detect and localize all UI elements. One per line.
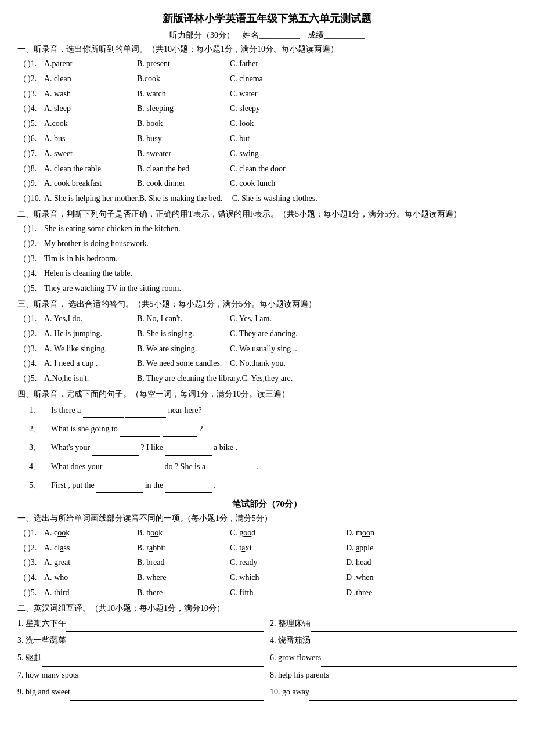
list-item: （ )5. A. third B. there C. fifth D .thre… xyxy=(17,586,517,600)
option-c: C. She is washing clothes. xyxy=(232,192,348,206)
q-num: )1. xyxy=(28,222,44,236)
trans-num: 8. xyxy=(270,668,276,683)
paren: （ xyxy=(17,132,28,146)
list-item: （ )1. She is eating some chicken in the … xyxy=(17,222,517,236)
list-item: （ )3. Tim is in his bedroom. xyxy=(17,252,517,266)
q-num: )4. xyxy=(28,102,44,116)
fill-item: 4、 What does your do ? She is a . xyxy=(29,459,517,474)
paren: （ xyxy=(17,586,28,600)
q-num: )8. xyxy=(28,162,44,176)
paren: （ xyxy=(17,556,28,570)
list-item: （ )5. They are watching TV in the sittin… xyxy=(17,282,517,296)
list-item: （ )2. A. clean B.cook C. cinema xyxy=(17,72,517,86)
q-num: )5. xyxy=(28,586,44,600)
paren: （ xyxy=(17,526,28,540)
q-num: )7. xyxy=(28,147,44,161)
fill-item: 2、 What is she going to ? xyxy=(29,422,517,437)
option-a: A. Yes,I do. xyxy=(44,312,137,326)
list-item: 9. big and sweet xyxy=(17,685,264,701)
trans-text: help his parents xyxy=(278,668,329,683)
list-item: 1. 星期六下午 xyxy=(17,616,264,632)
paren: （ xyxy=(17,162,28,176)
list-item: （ )2. A. He is jumping. B. She is singin… xyxy=(17,327,517,341)
q-num: )9. xyxy=(28,177,44,190)
q-num: )4. xyxy=(28,571,44,585)
option-c: C. cook lunch xyxy=(230,177,346,190)
option-c: C. They are dancing. xyxy=(230,327,346,341)
listening-header: 听力部分（30分） 姓名__________ 成绩__________ xyxy=(17,30,517,41)
option-a: A. sweet xyxy=(44,147,137,161)
option-c: C. water xyxy=(230,87,346,101)
paren: （ xyxy=(17,147,28,161)
list-item: （ )10. A. She is helping her mother. B. … xyxy=(17,192,517,206)
list-item: 10. go away xyxy=(270,685,517,701)
fill-item: 5、 First , put the in the . xyxy=(29,478,517,493)
q-num: )3. xyxy=(28,87,44,101)
q-num: )2. xyxy=(28,541,44,555)
option-c: C. clean the door xyxy=(230,162,346,176)
paren: （ xyxy=(17,327,28,341)
option-a: A.parent xyxy=(44,57,137,71)
option-a: A. We like singing. xyxy=(44,342,137,356)
list-item: （ )4. A. sleep B. sleeping C. sleepy xyxy=(17,102,517,116)
part4-questions: 1、 Is there a near here?2、 What is she g… xyxy=(29,403,517,493)
paren: （ xyxy=(17,57,28,71)
option-b: B.cook xyxy=(137,72,230,86)
option-c: C. but xyxy=(230,132,346,146)
option-a: A. clean xyxy=(44,72,137,86)
option-c: C. sleepy xyxy=(230,102,346,116)
option-d: D. moon xyxy=(346,526,416,540)
trans-num: 1. xyxy=(17,616,24,632)
writing-part2-instruction: 二、英汉词组互译。（共10小题；每小题1分，满分10分） xyxy=(17,603,517,614)
list-item: （ )3. A. great B. bread C. ready D. head xyxy=(17,556,517,570)
trans-num: 2. xyxy=(270,616,276,632)
page-title: 新版译林小学英语五年级下第五六单元测试题 xyxy=(17,12,517,26)
option-b: B. sleeping xyxy=(137,102,230,116)
paren: （ xyxy=(17,571,28,585)
option-b: B. where xyxy=(137,571,230,585)
option-b: B. book xyxy=(137,526,230,540)
option-a: A. wash xyxy=(44,87,137,101)
trans-text: 洗一些蔬菜 xyxy=(26,633,66,649)
option-a: A.No,he isn't. xyxy=(44,372,137,386)
option-d: D. head xyxy=(346,556,416,570)
q-text: Helen is cleaning the table. xyxy=(44,267,132,280)
option-a: A. She is helping her mother. xyxy=(44,192,139,206)
option-d: D .three xyxy=(346,586,416,600)
q-text: Tim is in his bedroom. xyxy=(44,252,118,266)
list-item: （ )5. A.cook B. book C. look xyxy=(17,117,517,131)
option-c: C. Yes,they are. xyxy=(241,372,358,386)
option-c: C. which xyxy=(230,571,346,585)
option-b: B. present xyxy=(137,57,230,71)
option-b: B. book xyxy=(137,117,230,131)
option-a: A. great xyxy=(44,556,137,570)
list-item: 8. help his parents xyxy=(270,668,517,684)
option-d: D .when xyxy=(346,571,416,585)
option-c: C. ready xyxy=(230,556,346,570)
paren: （ xyxy=(17,312,28,326)
option-a: A. who xyxy=(44,571,137,585)
q-text: They are watching TV in the sitting room… xyxy=(44,282,181,296)
list-item: 4. 烧番茄汤 xyxy=(270,633,517,649)
q-num: )10. xyxy=(28,192,44,206)
paren: （ xyxy=(17,117,28,131)
list-item: （ )3. A. wash B. watch C. water xyxy=(17,87,517,101)
option-a: A. sleep xyxy=(44,102,137,116)
option-c: C. fifth xyxy=(230,586,346,600)
trans-num: 3. xyxy=(17,633,24,649)
paren: （ xyxy=(17,192,28,206)
list-item: 2. 整理床铺 xyxy=(270,616,517,632)
part2-questions: （ )1. She is eating some chicken in the … xyxy=(17,222,517,296)
option-c: C. father xyxy=(230,57,346,71)
list-item: （ )1. A. cook B. book C. good D. moon xyxy=(17,526,517,540)
trans-num: 6. xyxy=(270,650,276,666)
option-a: A. third xyxy=(44,586,137,600)
list-item: （ )1. A. Yes,I do. B. No, I can't. C. Ye… xyxy=(17,312,517,326)
option-b: B. We are singing. xyxy=(137,342,230,356)
list-item: （ )4. Helen is cleaning the table. xyxy=(17,267,517,280)
trans-text: grow flowers xyxy=(278,650,321,666)
part3-questions: （ )1. A. Yes,I do. B. No, I can't. C. Ye… xyxy=(17,312,517,386)
trans-num: 7. xyxy=(17,668,24,683)
q-num: )1. xyxy=(28,57,44,71)
paren: （ xyxy=(17,541,28,555)
